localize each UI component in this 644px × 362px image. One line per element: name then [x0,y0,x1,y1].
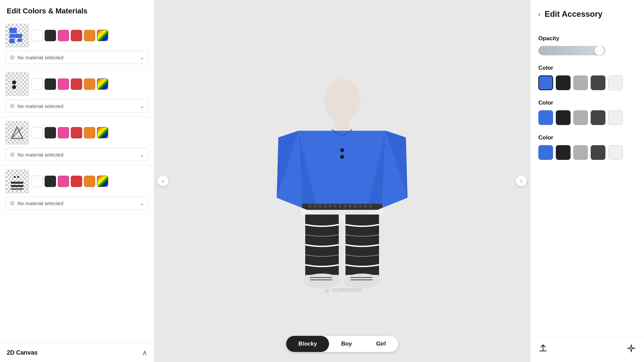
right-swatch-white-1[interactable] [608,75,623,90]
no-symbol-icon-3: ⊘ [10,151,15,158]
swatch-white-3[interactable] [32,127,43,138]
swatch-pink-4[interactable] [58,176,69,187]
swatch-rainbow-1[interactable] [97,30,108,41]
no-symbol-icon-2: ⊘ [10,102,15,110]
right-panel-header: ‹ Edit Accessory [530,0,644,27]
swatch-orange-3[interactable] [84,127,95,138]
swatch-rainbow-3[interactable] [97,127,108,138]
material-row-2 [5,72,149,96]
svg-rect-25 [339,205,341,207]
thumbnail-3[interactable] [5,121,29,144]
swatch-red-1[interactable] [71,30,82,41]
material-label-2: No material selected [17,103,63,109]
swatch-black-4[interactable] [45,176,56,187]
right-swatch-blue-2[interactable] [538,110,553,125]
swatch-pink-2[interactable] [58,78,69,90]
right-swatch-white-2[interactable] [608,110,623,125]
svg-rect-23 [329,205,331,207]
canvas-section[interactable]: 2D Canvas ∧ [0,343,154,362]
color-swatches-2 [32,78,108,90]
svg-point-16 [340,148,344,152]
canvas-section-title: 2D Canvas [7,349,38,356]
swatch-rainbow-4[interactable] [97,176,108,187]
svg-point-14 [324,79,361,122]
opacity-slider[interactable] [538,46,605,55]
material-item-3: ⊘ No material selected ⌄ [0,117,154,166]
bottom-bar: Blocky Boy Girl [286,336,398,352]
right-swatch-black-2[interactable] [556,110,571,125]
right-swatch-gray-2[interactable] [573,110,588,125]
color-label-1: Color [538,65,636,71]
thumbnail-4[interactable] [5,170,29,193]
svg-rect-15 [335,120,350,130]
svg-rect-20 [314,205,316,207]
right-swatch-gray-1[interactable] [573,75,588,90]
watermark: 🔒 customuse [323,286,361,293]
swatch-orange-4[interactable] [84,176,95,187]
material-row-4 [5,170,149,193]
sparkle-icon[interactable] [627,344,636,355]
collapse-left-button[interactable]: ‹ [158,176,168,186]
boy-button[interactable]: Boy [329,336,364,352]
svg-rect-31 [369,205,372,207]
svg-rect-3 [9,39,15,43]
collapse-icon: ∧ [142,349,147,357]
svg-rect-30 [364,205,367,207]
right-swatch-dark-2[interactable] [591,110,605,125]
svg-rect-27 [349,205,352,207]
chevron-down-icon-4: ⌄ [140,200,144,206]
swatch-black-2[interactable] [45,78,56,90]
color-swatches-3 [32,127,108,138]
right-swatch-black-3[interactable] [556,145,571,160]
swatch-black-1[interactable] [45,30,56,41]
girl-button[interactable]: Girl [364,336,398,352]
svg-rect-35 [305,275,339,282]
swatch-red-4[interactable] [71,176,82,187]
right-swatch-blue-3[interactable] [538,145,553,160]
thumbnail-2[interactable] [5,72,29,96]
material-row-1 [5,24,149,47]
upload-icon[interactable] [538,344,548,355]
right-swatch-gray-3[interactable] [573,145,588,160]
swatch-orange-2[interactable] [84,78,95,90]
swatch-red-2[interactable] [71,78,82,90]
opacity-label: Opacity [538,35,636,42]
color-swatches-right-3 [538,145,636,160]
swatch-red-3[interactable] [71,127,82,138]
back-arrow-icon[interactable]: ‹ [538,10,541,18]
swatch-white-1[interactable] [32,30,43,41]
svg-rect-13 [11,188,23,190]
right-swatch-blue-1[interactable] [538,75,553,90]
material-dropdown-1[interactable]: ⊘ No material selected ⌄ [5,51,149,64]
blocky-button[interactable]: Blocky [286,336,329,352]
svg-rect-11 [11,182,23,184]
right-swatch-dark-3[interactable] [591,145,605,160]
right-swatch-black-1[interactable] [556,75,571,90]
material-dropdown-3[interactable]: ⊘ No material selected ⌄ [5,148,149,161]
no-symbol-icon-1: ⊘ [10,54,15,61]
svg-line-8 [11,127,23,138]
material-dropdown-4[interactable]: ⊘ No material selected ⌄ [5,196,149,210]
right-swatch-white-3[interactable] [608,145,623,160]
swatch-white-4[interactable] [32,176,43,187]
svg-rect-26 [344,205,346,207]
swatch-pink-3[interactable] [58,127,69,138]
material-dropdown-2[interactable]: ⊘ No material selected ⌄ [5,99,149,113]
color-label-2: Color [538,100,636,106]
swatch-white-2[interactable] [32,78,43,90]
opacity-section: Opacity [538,35,636,55]
svg-rect-24 [334,205,336,207]
left-panel: Edit Colors & Materials [0,0,154,362]
color-section-2: Color [538,100,636,125]
thumbnail-1[interactable] [5,24,29,47]
collapse-right-button[interactable]: › [516,176,527,186]
swatch-pink-1[interactable] [58,30,69,41]
material-item-1: ⊘ No material selected ⌄ [0,20,154,68]
color-section-3: Color [538,134,636,160]
swatch-rainbow-2[interactable] [97,78,108,90]
opacity-slider-container [538,46,636,55]
right-panel: ‹ Edit Accessory Opacity Color [530,0,644,362]
right-swatch-dark-1[interactable] [591,75,605,90]
swatch-black-3[interactable] [45,127,56,138]
swatch-orange-1[interactable] [84,30,95,41]
